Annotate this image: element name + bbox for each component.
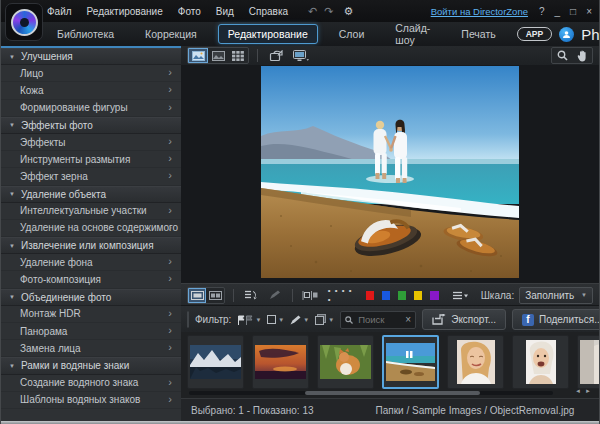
thumbnail-mountain-lake[interactable] bbox=[187, 335, 244, 389]
chevron-right-icon: › bbox=[168, 83, 172, 95]
filter-label: Фильтр: bbox=[195, 314, 231, 325]
stack-filter-dropdown[interactable]: ▼ bbox=[315, 314, 334, 325]
thumbnail-partial-photo[interactable] bbox=[577, 335, 599, 389]
filmstrip-scrollbar[interactable] bbox=[189, 391, 553, 395]
view-photo-button[interactable] bbox=[188, 48, 208, 63]
sidebar-item-skin[interactable]: Кожа› bbox=[1, 82, 181, 99]
sidebar-item-grain-effect[interactable]: Эффект зерна› bbox=[1, 168, 181, 185]
share-button[interactable]: f Поделиться... bbox=[512, 309, 600, 330]
color-flag-blue[interactable] bbox=[382, 291, 390, 300]
sidebar-item-watermark-creator[interactable]: Создание водяного знака› bbox=[1, 375, 181, 392]
chevron-down-icon: ▼ bbox=[303, 317, 309, 323]
scroll-left-icon[interactable]: ◄ bbox=[575, 388, 581, 394]
color-flag-yellow[interactable] bbox=[414, 291, 422, 300]
menu-photo[interactable]: Фото bbox=[178, 6, 201, 17]
directorzone-login-link[interactable]: Войти на DirectorZone bbox=[431, 6, 528, 17]
sidebar-section-enhancements[interactable]: ▼Улучшения bbox=[1, 48, 181, 65]
tab-edit[interactable]: Редактирование bbox=[218, 24, 318, 44]
search-box[interactable]: × bbox=[340, 311, 416, 329]
help-button[interactable]: ? bbox=[539, 6, 545, 17]
settings-gear-icon[interactable]: ⚙ bbox=[344, 5, 354, 18]
scroll-right-icon[interactable]: ► bbox=[585, 388, 591, 394]
view-grid-button[interactable] bbox=[228, 48, 248, 63]
rating-dots-icon[interactable]: • • • • • bbox=[328, 286, 357, 304]
minimize-button[interactable]: _ bbox=[555, 6, 561, 17]
display-mode-icon[interactable] bbox=[291, 48, 311, 63]
photo-canvas[interactable] bbox=[181, 65, 599, 283]
pan-hand-button[interactable] bbox=[572, 48, 592, 63]
brush-tool-icon[interactable] bbox=[265, 288, 283, 303]
rotate-photo-icon[interactable] bbox=[266, 48, 286, 63]
sidebar-item-blur-tools[interactable]: Инструменты размытия› bbox=[1, 151, 181, 168]
menu-view[interactable]: Вид bbox=[216, 6, 234, 17]
app-badge[interactable]: APP bbox=[517, 27, 552, 41]
thumbnail-cat[interactable] bbox=[317, 335, 374, 389]
label-tags-icon[interactable] bbox=[301, 288, 319, 303]
scale-dropdown[interactable]: Заполнить ▼ bbox=[519, 287, 593, 304]
sidebar-section-frames-watermarks[interactable]: ▼Рамки и водяные знаки bbox=[1, 357, 181, 374]
tab-library[interactable]: Библиотека bbox=[47, 24, 124, 44]
view-options-icon[interactable] bbox=[452, 288, 470, 303]
menu-help[interactable]: Справка bbox=[249, 6, 288, 17]
thumbnail-beach-couple-selected[interactable] bbox=[382, 335, 439, 389]
flag-filter-dropdown[interactable]: ▼ bbox=[237, 315, 261, 325]
tab-layers[interactable]: Слои bbox=[329, 24, 375, 44]
thumbnail-woman-closeup[interactable] bbox=[512, 335, 569, 389]
rating-filter-dropdown[interactable]: ▼ bbox=[290, 315, 309, 325]
sidebar-item-photo-composer[interactable]: Фото-композиция› bbox=[1, 271, 181, 288]
menu-file[interactable]: Файл bbox=[47, 6, 72, 17]
color-flag-red[interactable] bbox=[366, 291, 374, 300]
scrollbar-thumb[interactable] bbox=[305, 391, 480, 395]
color-flag-green[interactable] bbox=[398, 291, 406, 300]
sidebar-section-photo-merge[interactable]: ▼Объединение фото bbox=[1, 289, 181, 306]
view-compare-button[interactable] bbox=[208, 48, 228, 63]
chevron-down-icon: ▼ bbox=[278, 317, 284, 323]
maximize-button[interactable]: □ bbox=[570, 6, 576, 17]
sidebar-item-body-shaper[interactable]: Формирование фигуры› bbox=[1, 100, 181, 117]
chevron-right-icon: › bbox=[168, 135, 172, 147]
export-button[interactable]: Экспорт... bbox=[422, 309, 506, 330]
color-flag-purple[interactable] bbox=[430, 291, 438, 300]
single-view-button[interactable] bbox=[188, 288, 206, 303]
main-area: • • • • • Шкала: Заполнить ▼ bbox=[181, 46, 599, 421]
app-title: PhotoDirector bbox=[581, 26, 600, 43]
sidebar-item-face[interactable]: Лицо› bbox=[1, 65, 181, 82]
split-view-button[interactable] bbox=[206, 288, 224, 303]
sidebar-item-watermark-templates[interactable]: Шаблоны водяных знаков› bbox=[1, 392, 181, 409]
sidebar-item-panorama[interactable]: Панорама› bbox=[1, 323, 181, 340]
sidebar-section-extract-compose[interactable]: ▼Извлечение или композиция bbox=[1, 237, 181, 254]
undo-icon[interactable]: ↶ bbox=[308, 5, 317, 18]
clear-search-icon[interactable]: × bbox=[405, 314, 411, 325]
sidebar-item-background-removal[interactable]: Удаление фона› bbox=[1, 254, 181, 271]
collapse-icon: ▼ bbox=[9, 363, 15, 369]
photo-beach-couple[interactable] bbox=[261, 66, 519, 278]
close-button[interactable]: × bbox=[586, 6, 592, 17]
chevron-right-icon: › bbox=[168, 272, 172, 284]
collapse-icon: ▼ bbox=[9, 294, 15, 300]
current-file-path: Папки / Sample Images / ObjectRemoval.jp… bbox=[376, 405, 575, 416]
sidebar-item-effects[interactable]: Эффекты› bbox=[1, 134, 181, 151]
color-filter-dropdown[interactable]: ▼ bbox=[267, 315, 284, 324]
notification-icon[interactable] bbox=[559, 27, 574, 42]
chevron-right-icon: › bbox=[168, 66, 172, 78]
redo-icon[interactable]: ↷ bbox=[324, 5, 333, 18]
sidebar-section-object-removal[interactable]: ▼Удаление объекта bbox=[1, 186, 181, 203]
sidebar-item-content-aware-removal[interactable]: Удаление на основе содержимого› bbox=[1, 220, 181, 237]
canvas-toolbar bbox=[181, 46, 599, 66]
thumbnail-sunset[interactable] bbox=[252, 335, 309, 389]
scale-label: Шкала: bbox=[481, 290, 515, 301]
photodirector-window: Файл Редактирование Фото Вид Справка ↶ ↷… bbox=[0, 0, 600, 424]
tab-print[interactable]: Печать bbox=[451, 24, 505, 44]
tab-adjustment[interactable]: Коррекция bbox=[135, 24, 207, 44]
sort-order-icon[interactable] bbox=[242, 288, 260, 303]
zoom-tool-button[interactable] bbox=[552, 48, 572, 63]
filmstrip-view-button[interactable] bbox=[188, 312, 189, 327]
sidebar-section-photo-effects[interactable]: ▼Эффекты фото bbox=[1, 117, 181, 134]
thumbnail-woman-portrait[interactable] bbox=[447, 335, 504, 389]
sidebar-item-smart-patch[interactable]: Интеллектуальные участки› bbox=[1, 203, 181, 220]
search-input[interactable] bbox=[356, 313, 402, 326]
menu-edit[interactable]: Редактирование bbox=[87, 6, 163, 17]
sidebar-item-face-swap[interactable]: Замена лица› bbox=[1, 340, 181, 357]
module-tabbar: Библиотека Коррекция Редактирование Слои… bbox=[1, 22, 599, 46]
sidebar-item-hdr-merge[interactable]: Монтаж HDR› bbox=[1, 306, 181, 323]
